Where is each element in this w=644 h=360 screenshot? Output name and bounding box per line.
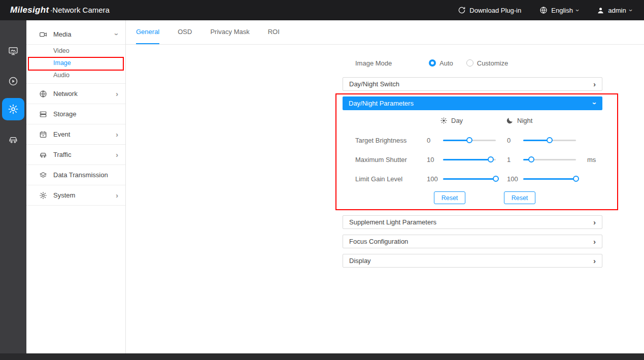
radio-dot [429, 59, 436, 67]
tab-label: ROI [268, 28, 280, 36]
unit-label: ms [580, 156, 602, 163]
car-icon [8, 135, 18, 145]
topbar: Milesight ·Network Camera Download Plug-… [0, 0, 644, 20]
night-header-label: Night [517, 117, 532, 124]
download-plugin-button[interactable]: Download Plug-in [458, 6, 521, 14]
tab-general[interactable]: General [136, 20, 159, 44]
day-header-label: Day [451, 117, 463, 124]
rail-item-playback[interactable] [5, 73, 21, 89]
sidebar: Media › Video Image Audio Network › Stor… [26, 20, 126, 353]
night-slider[interactable] [523, 176, 576, 182]
sidebar-item-storage[interactable]: Storage [26, 104, 125, 124]
day-slider[interactable] [443, 137, 496, 143]
user-label: admin [608, 7, 626, 14]
download-plugin-icon [458, 6, 466, 14]
night-value: 0 [504, 137, 523, 144]
sidebar-item-traffic[interactable]: Traffic › [26, 145, 125, 165]
bottom-bar [0, 353, 644, 360]
system-gear-icon [39, 191, 47, 200]
tab-label: Privacy Mask [210, 28, 249, 36]
user-menu[interactable]: admin › [597, 7, 632, 14]
slider-fill [523, 140, 550, 141]
slider-thumb[interactable] [547, 137, 553, 143]
night-reset-button[interactable]: Reset [504, 191, 535, 204]
moon-icon [506, 117, 514, 124]
car-icon [39, 151, 47, 159]
sidebar-subitem-label: Video [53, 47, 70, 54]
accordion-day-night-parameters[interactable]: Day/Night Parameters › [343, 96, 602, 110]
chevron-right-icon: › [593, 218, 596, 226]
sidebar-item-image[interactable]: Image [26, 57, 125, 69]
sidebar-item-media[interactable]: Media › [26, 24, 125, 45]
brand: Milesight ·Network Camera [10, 5, 110, 15]
night-column-header: Night [506, 117, 532, 124]
language-label: English [551, 7, 573, 14]
storage-icon [39, 110, 47, 118]
sidebar-item-system[interactable]: System › [26, 185, 125, 206]
day-reset-button[interactable]: Reset [434, 191, 465, 204]
chevron-down-icon: › [574, 9, 581, 11]
globe-icon [539, 6, 548, 14]
sun-icon [440, 117, 448, 124]
rail-item-traffic[interactable] [5, 132, 21, 148]
day-value: 100 [424, 175, 443, 183]
chevron-right-icon: › [593, 238, 596, 245]
tab-roi[interactable]: ROI [268, 20, 280, 44]
media-submenu: Video Image Audio [26, 45, 125, 84]
slider-thumb[interactable] [493, 176, 499, 182]
column-headers: Day Night [343, 113, 602, 130]
rail-item-settings[interactable] [2, 98, 24, 120]
sidebar-item-event[interactable]: Event › [26, 124, 125, 145]
sidebar-item-video[interactable]: Video [26, 45, 125, 57]
network-globe-icon [39, 90, 47, 98]
day-slider[interactable] [443, 176, 496, 182]
image-mode-options: Auto Customize [429, 59, 508, 67]
chevron-right-icon: › [116, 191, 118, 199]
param-label: Maximum Shutter [343, 156, 424, 163]
slider-fill [443, 159, 491, 160]
param-label: Limit Gain Level [343, 175, 424, 183]
accordion-label: Day/Night Switch [349, 80, 399, 88]
day-slider[interactable] [443, 156, 496, 162]
sidebar-item-audio[interactable]: Audio [26, 69, 125, 81]
sidebar-item-label: Event [53, 130, 70, 138]
rail-item-live-view[interactable] [5, 43, 21, 59]
chevron-down-icon: › [627, 9, 634, 11]
tab-label: General [136, 28, 159, 36]
radio-customize[interactable]: Customize [466, 59, 508, 67]
sidebar-item-network[interactable]: Network › [26, 84, 125, 104]
accordion-day-night-switch[interactable]: Day/Night Switch › [343, 77, 602, 91]
slider-fill [523, 178, 576, 180]
radio-auto[interactable]: Auto [429, 59, 453, 67]
slider-fill [443, 140, 469, 141]
image-mode-row: Image Mode Auto Customize [343, 56, 602, 70]
accordion-label: Supplement Light Parameters [349, 218, 436, 226]
event-icon [39, 130, 47, 139]
accordion-display[interactable]: Display › [343, 254, 602, 268]
slider-thumb[interactable] [528, 156, 534, 162]
night-slider[interactable] [523, 156, 576, 162]
slider-thumb[interactable] [573, 176, 579, 182]
sidebar-subitem-label: Image [53, 59, 71, 67]
accordion-focus-configuration[interactable]: Focus Configuration › [343, 235, 602, 248]
night-value: 100 [504, 175, 523, 183]
slider-thumb[interactable] [466, 137, 472, 143]
tab-osd[interactable]: OSD [178, 20, 192, 44]
topbar-actions: Download Plug-in English › admin › [458, 6, 632, 14]
playback-icon [8, 76, 18, 86]
tab-label: OSD [178, 28, 192, 36]
night-slider[interactable] [523, 137, 576, 143]
accordion-label: Focus Configuration [349, 238, 408, 245]
slider-thumb[interactable] [488, 156, 494, 162]
tab-privacy-mask[interactable]: Privacy Mask [210, 20, 249, 44]
accordion-supplement-light-parameters[interactable]: Supplement Light Parameters › [343, 215, 602, 229]
reset-row: Reset Reset [343, 188, 602, 209]
param-row-maximum-shutter: Maximum Shutter 10 1 ms [343, 150, 602, 169]
icon-rail [0, 20, 26, 353]
sidebar-item-data-transmission[interactable]: Data Transmission [26, 165, 125, 185]
accordion-label: Day/Night Parameters [349, 100, 414, 107]
sidebar-item-label: Media [53, 30, 71, 38]
day-night-parameters-body: Day Night Target Brightness 0 [343, 110, 602, 209]
day-value: 10 [424, 156, 443, 163]
language-menu[interactable]: English › [539, 6, 579, 14]
